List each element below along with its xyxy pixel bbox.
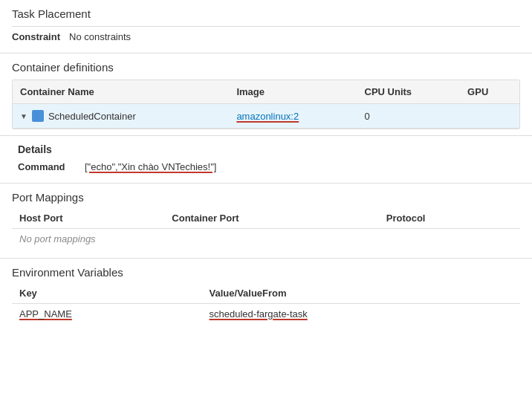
chevron-down-icon[interactable]: ▼: [20, 112, 27, 120]
env-header-row: Key Value/ValueFrom: [12, 285, 520, 304]
image-cell: amazonlinux:2: [229, 104, 357, 129]
container-table: Container Name Image CPU Units GPU ▼ Sch…: [13, 80, 519, 129]
details-title: Details: [18, 143, 514, 155]
constraint-row: Constraint No constraints: [12, 27, 520, 45]
port-mappings-title: Port Mappings: [12, 191, 520, 204]
port-header-container: Container Port: [164, 210, 378, 229]
header-cpu-units: CPU Units: [357, 80, 461, 104]
image-link[interactable]: amazonlinux:2: [236, 111, 299, 122]
env-key-value: APP_NAME: [19, 308, 72, 320]
environment-variables-section: Environment Variables Key Value/ValueFro…: [0, 259, 532, 330]
command-value: ["echo","Xin chào VNTechies!"]: [85, 161, 216, 172]
port-header-protocol: Protocol: [379, 210, 520, 229]
port-empty-row: No port mappings: [12, 229, 520, 250]
task-placement-title: Task Placement: [12, 7, 520, 20]
env-table: Key Value/ValueFrom APP_NAME scheduled-f…: [12, 285, 520, 324]
row-expander: ▼ ScheduledContainer: [20, 110, 221, 122]
header-image: Image: [229, 80, 357, 104]
env-value-cell: scheduled-fargate-task: [202, 304, 520, 325]
env-value-text: scheduled-fargate-task: [210, 308, 308, 320]
port-empty-message: No port mappings: [12, 229, 520, 250]
env-header-value: Value/ValueFrom: [202, 285, 520, 304]
env-key-cell: APP_NAME: [12, 304, 202, 325]
task-placement-section: Task Placement Constraint No constraints: [0, 0, 532, 53]
port-mappings-section: Port Mappings Host Port Container Port P…: [0, 184, 532, 258]
container-table-wrapper: Container Name Image CPU Units GPU ▼ Sch…: [12, 80, 520, 129]
port-header-host: Host Port: [12, 210, 164, 229]
port-mappings-table: Host Port Container Port Protocol No por…: [12, 210, 520, 249]
table-header-row: Container Name Image CPU Units GPU: [13, 80, 519, 104]
container-name-value: ScheduledContainer: [48, 111, 136, 122]
constraint-label: Constraint: [12, 31, 60, 42]
container-definitions-title: Container definitions: [12, 61, 520, 74]
env-row: APP_NAME scheduled-fargate-task: [12, 304, 520, 325]
container-color-icon: [32, 110, 44, 122]
command-row: Command ["echo","Xin chào VNTechies!"]: [18, 161, 514, 172]
container-name-cell: ▼ ScheduledContainer: [13, 104, 229, 129]
table-row[interactable]: ▼ ScheduledContainer amazonlinux:2 0: [13, 104, 519, 129]
container-definitions-section: Container definitions Container Name Ima…: [0, 54, 532, 129]
header-container-name: Container Name: [13, 80, 229, 104]
env-variables-title: Environment Variables: [12, 266, 520, 279]
header-gpu: GPU: [460, 80, 519, 104]
details-section: Details Command ["echo","Xin chào VNTech…: [0, 136, 532, 183]
gpu-cell: [460, 104, 519, 129]
constraint-value: No constraints: [69, 31, 131, 42]
port-header-row: Host Port Container Port Protocol: [12, 210, 520, 229]
env-header-key: Key: [12, 285, 202, 304]
command-label: Command: [18, 161, 85, 172]
cpu-units-cell: 0: [357, 104, 461, 129]
